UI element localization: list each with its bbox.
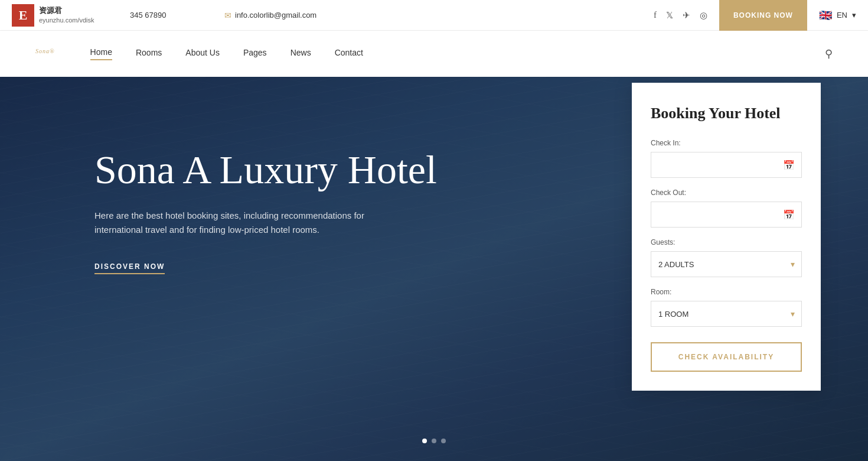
email-icon: ✉ — [224, 11, 231, 20]
nav-news[interactable]: News — [291, 48, 311, 60]
guests-group: Guests: 2 ADULTS 1 ADULT 3 ADULTS 4 ADUL… — [651, 238, 802, 277]
tripadvisor-icon[interactable]: ✈ — [683, 10, 690, 21]
phone-number: 345 67890 — [130, 11, 224, 20]
nav-links: Home Rooms About Us Pages News Contact — [90, 47, 825, 60]
email-address: info.colorlib@gmail.com — [235, 11, 316, 20]
dot-1[interactable] — [422, 439, 427, 443]
lang-label: EN — [837, 11, 847, 20]
facebook-icon[interactable]: f — [654, 10, 657, 20]
room-select-wrap: 1 ROOM 2 ROOMS 3 ROOMS ▾ — [651, 301, 802, 327]
room-group: Room: 1 ROOM 2 ROOMS 3 ROOMS ▾ — [651, 288, 802, 327]
top-bar: E 资源君 eyunzhu.com/vdisk 345 67890 ✉ info… — [0, 0, 868, 31]
checkout-input[interactable] — [651, 202, 802, 228]
discover-now-button[interactable]: DISCOVER NOW — [94, 262, 165, 274]
booking-title: Booking Your Hotel — [651, 104, 802, 122]
brand-logo[interactable]: Sona® — [35, 43, 55, 65]
dot-3[interactable] — [441, 439, 446, 443]
guests-select[interactable]: 2 ADULTS 1 ADULT 3 ADULTS 4 ADULTS — [651, 251, 802, 277]
hero-subtitle: Here are the best hotel booking sites, i… — [94, 209, 378, 237]
site-url: eyunzhu.com/vdisk — [39, 16, 94, 24]
email-info: ✉ info.colorlib@gmail.com — [224, 11, 654, 20]
checkin-group: Check In: 📅 — [651, 139, 802, 178]
hero-title: Sona A Luxury Hotel — [94, 148, 437, 192]
search-icon[interactable]: ⚲ — [825, 47, 833, 60]
language-selector[interactable]: 🇬🇧 EN ▾ — [819, 11, 856, 20]
room-label: Room: — [651, 288, 802, 296]
main-navbar: Sona® Home Rooms About Us Pages News Con… — [0, 31, 868, 77]
guests-label: Guests: — [651, 238, 802, 246]
dot-2[interactable] — [432, 439, 436, 443]
chevron-down-icon: ▾ — [852, 11, 856, 20]
hero-section: Sona A Luxury Hotel Here are the best ho… — [0, 77, 868, 461]
checkin-input[interactable] — [651, 152, 802, 178]
check-availability-button[interactable]: CHECK AVAILABILITY — [651, 342, 802, 372]
twitter-icon[interactable]: 𝕏 — [666, 10, 673, 21]
nav-rooms[interactable]: Rooms — [136, 48, 162, 60]
site-name: 资源君 — [39, 6, 94, 16]
guests-select-wrap: 2 ADULTS 1 ADULT 3 ADULTS 4 ADULTS ▾ — [651, 251, 802, 277]
checkin-input-wrap: 📅 — [651, 152, 802, 178]
calendar-icon-checkin: 📅 — [783, 160, 795, 171]
carousel-dots — [422, 439, 446, 443]
nav-pages[interactable]: Pages — [243, 48, 267, 60]
checkout-label: Check Out: — [651, 189, 802, 197]
booking-now-button[interactable]: BOOKING NOW — [719, 0, 807, 31]
nav-contact[interactable]: Contact — [335, 48, 363, 60]
nav-home[interactable]: Home — [90, 47, 112, 60]
checkout-input-wrap: 📅 — [651, 202, 802, 228]
checkin-label: Check In: — [651, 139, 802, 147]
room-select[interactable]: 1 ROOM 2 ROOMS 3 ROOMS — [651, 301, 802, 327]
booking-card: Booking Your Hotel Check In: 📅 Check Out… — [632, 83, 821, 391]
nav-about[interactable]: About Us — [185, 48, 220, 60]
flag-icon: 🇬🇧 — [819, 11, 832, 20]
checkout-group: Check Out: 📅 — [651, 189, 802, 228]
social-links: f 𝕏 ✈ ◎ — [654, 10, 707, 21]
hero-content: Sona A Luxury Hotel Here are the best ho… — [94, 148, 437, 274]
site-logo: E 资源君 eyunzhu.com/vdisk — [12, 4, 130, 27]
calendar-icon-checkout: 📅 — [783, 209, 795, 220]
brand-name: Sona — [35, 48, 50, 54]
instagram-icon[interactable]: ◎ — [700, 10, 707, 21]
logo-icon: E — [12, 4, 34, 27]
brand-suffix: ® — [50, 48, 55, 54]
